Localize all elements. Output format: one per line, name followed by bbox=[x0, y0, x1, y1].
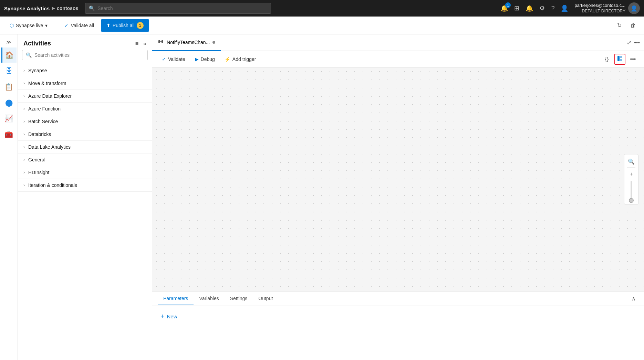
activities-title: Activities bbox=[23, 40, 51, 47]
canvas-zoom-tools: 🔍 + bbox=[624, 154, 638, 205]
breadcrumb: contosos bbox=[57, 6, 78, 11]
canvas-tab-notify[interactable]: NotifiyTeamsChan... bbox=[152, 34, 221, 51]
properties-icon bbox=[617, 55, 623, 63]
activity-item-hdinsight[interactable]: › HDInsight bbox=[18, 166, 152, 179]
svg-rect-5 bbox=[620, 59, 622, 61]
validate-all-label: Validate all bbox=[71, 23, 94, 28]
code-braces-icon: {} bbox=[605, 56, 609, 62]
activity-item-general[interactable]: › General bbox=[18, 153, 152, 166]
tab-variables[interactable]: Variables bbox=[194, 292, 224, 305]
tab-settings[interactable]: Settings bbox=[225, 292, 253, 305]
activity-item-azure-data-explorer[interactable]: › Azure Data Explorer bbox=[18, 90, 152, 103]
canvas-workspace[interactable]: 🔍 + bbox=[152, 67, 644, 291]
help-icon[interactable]: ? bbox=[551, 5, 554, 12]
chevron-right-icon: › bbox=[23, 170, 25, 175]
sidebar-item-data[interactable]: 🗄 bbox=[1, 63, 17, 78]
activities-header-icons: ≡ « bbox=[135, 41, 146, 47]
publish-all-button[interactable]: ⬆ Publish all 1 bbox=[101, 19, 149, 32]
user-info[interactable]: parkerjones@contoso.c... DEFAULT DIRECTO… bbox=[574, 2, 640, 14]
discard-button[interactable]: 🗑 bbox=[627, 20, 638, 31]
debug-button[interactable]: ▶ Debug bbox=[191, 54, 219, 64]
search-activities-icon: 🔍 bbox=[26, 52, 32, 58]
synapse-live-icon: ⬡ bbox=[10, 23, 14, 28]
pipeline-icon bbox=[158, 39, 164, 46]
validate-all-button[interactable]: ✓ Validate all bbox=[60, 21, 98, 30]
brand-chevron: ▶ bbox=[52, 6, 55, 11]
zoom-slider-thumb[interactable] bbox=[629, 198, 634, 203]
properties-button[interactable] bbox=[614, 54, 625, 65]
chevron-right-icon: › bbox=[23, 157, 25, 162]
feedback-icon[interactable]: ⊞ bbox=[514, 4, 519, 12]
validate-button[interactable]: ✓ Validate bbox=[158, 54, 189, 64]
collapse-all-icon[interactable]: ≡ bbox=[135, 41, 138, 47]
activities-search-input[interactable] bbox=[34, 52, 144, 58]
sidebar-expand-btn[interactable]: ≫ bbox=[1, 37, 17, 47]
validate-label: Validate bbox=[168, 56, 185, 62]
plus-icon: + bbox=[160, 313, 164, 320]
tab-parameters[interactable]: Parameters bbox=[158, 292, 194, 305]
sidebar-item-home[interactable]: 🏠 bbox=[1, 47, 17, 63]
activity-item-iteration-conditionals[interactable]: › Iteration & conditionals bbox=[18, 179, 152, 192]
zoom-in-button[interactable]: + bbox=[626, 169, 637, 180]
validate-icon: ✓ bbox=[64, 23, 69, 28]
close-activities-icon[interactable]: « bbox=[143, 41, 146, 47]
toolbar-sep-1 bbox=[56, 21, 56, 30]
activity-item-batch-service[interactable]: › Batch Service bbox=[18, 115, 152, 128]
canvas-tab-expand: ⤢ ••• bbox=[623, 39, 644, 46]
activity-item-azure-function[interactable]: › Azure Function bbox=[18, 103, 152, 115]
chevron-right-icon: › bbox=[23, 94, 25, 98]
avatar[interactable]: 👤 bbox=[628, 2, 640, 14]
topbar-icons: 🔔 1 ⊞ 🔔 ⚙ ? 👤 parkerjones@contoso.c... D… bbox=[500, 2, 640, 14]
search-icon: 🔍 bbox=[89, 6, 95, 11]
sidebar-item-manage[interactable]: 🧰 bbox=[1, 127, 17, 142]
bottom-panel-content: + New bbox=[152, 306, 644, 360]
more-canvas-options[interactable]: ••• bbox=[627, 54, 638, 65]
search-input[interactable] bbox=[97, 6, 267, 11]
expand-icon[interactable]: ⤢ bbox=[627, 39, 631, 46]
activity-item-move-transform[interactable]: › Move & transform bbox=[18, 77, 152, 90]
svg-rect-1 bbox=[162, 40, 163, 43]
validate-check-icon: ✓ bbox=[162, 56, 166, 62]
search-canvas-button[interactable]: 🔍 bbox=[626, 156, 637, 167]
tab-output[interactable]: Output bbox=[253, 292, 278, 305]
new-parameter-button[interactable]: + New bbox=[158, 311, 180, 321]
chevron-right-icon: › bbox=[23, 106, 25, 111]
notifications-icon[interactable]: 🔔 1 bbox=[500, 4, 508, 12]
topbar-search-container[interactable]: 🔍 bbox=[85, 3, 271, 14]
account-icon[interactable]: 👤 bbox=[561, 4, 568, 12]
add-trigger-button[interactable]: ⚡ Add trigger bbox=[220, 54, 260, 64]
trigger-icon: ⚡ bbox=[225, 56, 230, 62]
publish-all-label: Publish all bbox=[113, 23, 135, 28]
collapse-panel-icon[interactable]: ∧ bbox=[629, 295, 638, 302]
chevron-right-icon: › bbox=[23, 68, 25, 73]
settings-icon[interactable]: ⚙ bbox=[539, 4, 545, 12]
more-options-icon[interactable]: ••• bbox=[634, 40, 640, 46]
sidebar-item-monitor[interactable]: 📈 bbox=[1, 111, 17, 126]
bottom-panel-tabs: Parameters Variables Settings Output ∧ bbox=[152, 292, 644, 306]
alerts-icon[interactable]: 🔔 bbox=[526, 4, 533, 12]
activities-search-box[interactable]: 🔍 bbox=[22, 50, 148, 60]
chevron-right-icon: › bbox=[23, 132, 25, 137]
refresh-button[interactable]: ↻ bbox=[614, 20, 625, 31]
canvas-area: NotifiyTeamsChan... ⤢ ••• ✓ Validate ▶ D… bbox=[152, 34, 644, 360]
activity-item-data-lake-analytics[interactable]: › Data Lake Analytics bbox=[18, 141, 152, 153]
activity-item-synapse[interactable]: › Synapse bbox=[18, 64, 152, 77]
canvas-toolbar: ✓ Validate ▶ Debug ⚡ Add trigger {} bbox=[152, 51, 644, 67]
debug-play-icon: ▶ bbox=[195, 56, 199, 62]
sidebar-item-integrate[interactable]: ⬤ bbox=[1, 95, 17, 110]
activity-item-databricks[interactable]: › Databricks bbox=[18, 128, 152, 141]
zoom-slider[interactable] bbox=[631, 181, 632, 202]
toolbar-right: ↻ 🗑 bbox=[614, 20, 638, 31]
chevron-right-icon: › bbox=[23, 145, 25, 149]
canvas-tab-name: NotifiyTeamsChan... bbox=[167, 40, 210, 45]
synapse-live-label: Synapse live bbox=[16, 23, 43, 28]
synapse-live-chevron: ▾ bbox=[45, 23, 48, 28]
app-title: Synapse Analytics bbox=[4, 6, 50, 11]
chevron-right-icon: › bbox=[23, 119, 25, 124]
sidebar-item-develop[interactable]: 📋 bbox=[1, 79, 17, 94]
synapse-live-selector[interactable]: ⬡ Synapse live ▾ bbox=[6, 21, 52, 30]
activities-header: Activities ≡ « bbox=[18, 34, 152, 50]
activities-list: › Synapse › Move & transform › Azure Dat… bbox=[18, 64, 152, 360]
new-label: New bbox=[167, 314, 177, 319]
code-view-button[interactable]: {} bbox=[601, 54, 612, 65]
